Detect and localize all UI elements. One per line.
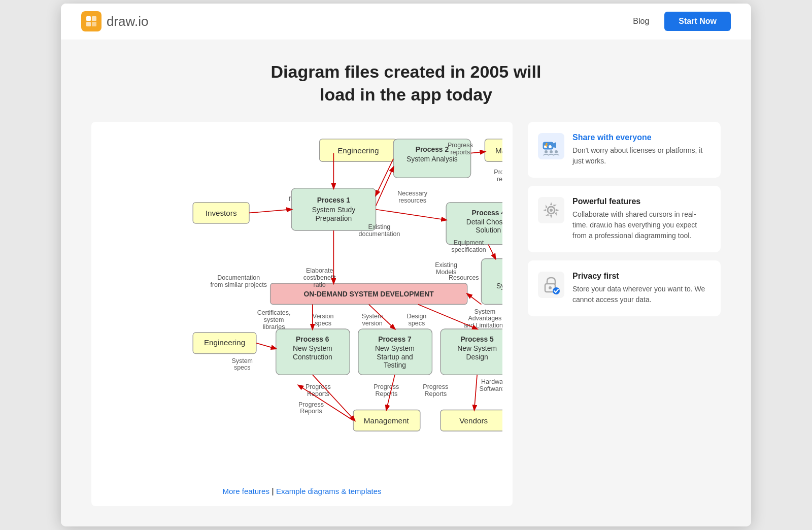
svg-text:system: system	[264, 317, 284, 324]
svg-text:Equipment: Equipment	[454, 239, 484, 246]
svg-text:Certificates,: Certificates,	[257, 310, 291, 317]
svg-rect-1	[92, 16, 96, 21]
svg-text:Engineering: Engineering	[204, 338, 245, 347]
svg-text:Testing: Testing	[384, 361, 406, 370]
svg-text:Construction: Construction	[293, 353, 332, 361]
svg-text:Version: Version	[313, 313, 334, 320]
feature-powerful-text: Powerful features Collaborate with share…	[572, 197, 710, 241]
svg-text:version: version	[362, 320, 382, 327]
svg-text:cost/benefit: cost/benefit	[303, 274, 336, 281]
feature-card-share: Share with everyone Don't worry about li…	[528, 122, 721, 178]
svg-text:System Study: System Study	[312, 206, 355, 214]
blog-link[interactable]: Blog	[633, 17, 649, 26]
svg-text:New System: New System	[457, 344, 497, 352]
feature-privacy-text: Privacy first Store your data wherever y…	[572, 272, 710, 305]
svg-line-76	[256, 343, 276, 349]
feature-share-title: Share with everyone	[572, 133, 710, 142]
svg-text:Process 2: Process 2	[416, 145, 449, 153]
svg-text:Startup and: Startup and	[377, 353, 413, 361]
svg-text:Reports: Reports	[424, 390, 447, 397]
svg-text:Models: Models	[436, 269, 456, 276]
example-diagrams-link[interactable]: Example diagrams & templates	[276, 487, 382, 495]
svg-text:Vendors: Vendors	[459, 416, 488, 425]
svg-line-36	[376, 210, 447, 220]
svg-text:libraries: libraries	[263, 323, 285, 330]
svg-text:System Analysis: System Analysis	[407, 155, 458, 163]
svg-text:Reports: Reports	[307, 390, 329, 397]
svg-text:Management: Management	[495, 146, 502, 155]
svg-text:System: System	[362, 313, 383, 320]
svg-text:Reports: Reports	[300, 408, 322, 415]
feature-card-privacy: Privacy first Store your data wherever y…	[528, 260, 721, 316]
svg-text:Investors: Investors	[206, 209, 237, 217]
svg-text:from similar projects: from similar projects	[210, 281, 267, 288]
logo-text: draw.io	[107, 14, 148, 29]
svg-text:Necessary: Necessary	[397, 190, 428, 197]
svg-text:Progress: Progress	[298, 401, 324, 408]
svg-text:Design: Design	[466, 353, 488, 361]
svg-text:Progress: Progress	[494, 169, 502, 176]
header-nav: Blog Start Now	[633, 12, 731, 31]
svg-text:resources: resources	[398, 197, 426, 204]
svg-text:documentation: documentation	[359, 230, 400, 238]
svg-point-115	[545, 150, 548, 153]
svg-text:Management: Management	[364, 416, 410, 425]
svg-text:Progress: Progress	[448, 142, 473, 149]
svg-text:reports: reports	[450, 149, 470, 156]
svg-text:Documentation: Documentation	[217, 274, 260, 281]
feature-card-powerful: Powerful features Collaborate with share…	[528, 186, 721, 252]
svg-point-120	[550, 209, 553, 212]
privacy-icon	[538, 272, 564, 298]
svg-text:Progress: Progress	[374, 383, 399, 390]
svg-text:Process 7: Process 7	[378, 335, 412, 343]
logo-icon	[81, 11, 101, 31]
svg-text:specification: specification	[451, 246, 486, 253]
svg-rect-3	[92, 22, 96, 26]
svg-text:Solution: Solution	[476, 226, 501, 235]
svg-text:Process 1: Process 1	[317, 196, 351, 204]
svg-text:System Solutions: System Solutions	[496, 282, 502, 290]
logo: draw.io	[81, 11, 148, 31]
main-content: Diagram files created in 2005 will load …	[61, 40, 751, 527]
svg-line-22	[249, 210, 291, 213]
start-now-button[interactable]: Start Now	[664, 12, 731, 31]
svg-text:ON-DEMAND SYSTEM DEVELOPMENT: ON-DEMAND SYSTEM DEVELOPMENT	[304, 290, 434, 299]
svg-text:Process 6: Process 6	[296, 335, 329, 343]
svg-text:reports: reports	[497, 176, 502, 183]
svg-text:ratio: ratio	[314, 281, 326, 288]
svg-text:Software specs: Software specs	[480, 385, 502, 392]
svg-text:New System: New System	[375, 344, 415, 352]
svg-line-103	[475, 375, 478, 410]
powerful-icon	[538, 197, 564, 223]
svg-text:Detail Chosen: Detail Chosen	[466, 218, 502, 226]
svg-rect-121	[538, 272, 564, 298]
diagram-svg: Engineering Process 2 System Analysis Ma…	[101, 132, 502, 477]
svg-text:Preparation: Preparation	[316, 214, 352, 222]
share-icon	[538, 133, 564, 159]
svg-point-117	[555, 150, 558, 153]
svg-text:Process 5: Process 5	[460, 335, 494, 343]
feature-powerful-title: Powerful features	[572, 197, 710, 206]
feature-share-desc: Don't worry about licenses or platforms,…	[572, 145, 710, 167]
svg-text:specs: specs	[315, 320, 331, 327]
svg-text:Design: Design	[407, 313, 426, 320]
svg-rect-2	[86, 22, 91, 26]
svg-line-110	[376, 168, 394, 206]
svg-text:Hardware and: Hardware and	[481, 378, 502, 385]
svg-text:New System: New System	[293, 344, 332, 352]
svg-text:System: System	[231, 357, 253, 365]
svg-text:Advantages: Advantages	[468, 315, 501, 322]
svg-line-44	[488, 245, 495, 259]
more-features-link[interactable]: More features	[222, 487, 269, 495]
svg-line-50	[467, 294, 482, 305]
header: draw.io Blog Start Now	[61, 4, 751, 40]
diagram-links: More features | Example diagrams & templ…	[101, 487, 502, 496]
svg-rect-0	[86, 16, 91, 21]
svg-text:Existing: Existing	[368, 224, 391, 231]
svg-text:specs: specs	[409, 320, 425, 327]
svg-line-109	[376, 159, 394, 195]
svg-text:Elaborate: Elaborate	[306, 268, 333, 275]
svg-line-13	[471, 152, 485, 153]
svg-text:Existing: Existing	[435, 261, 457, 269]
content-area: Engineering Process 2 System Analysis Ma…	[91, 122, 721, 506]
